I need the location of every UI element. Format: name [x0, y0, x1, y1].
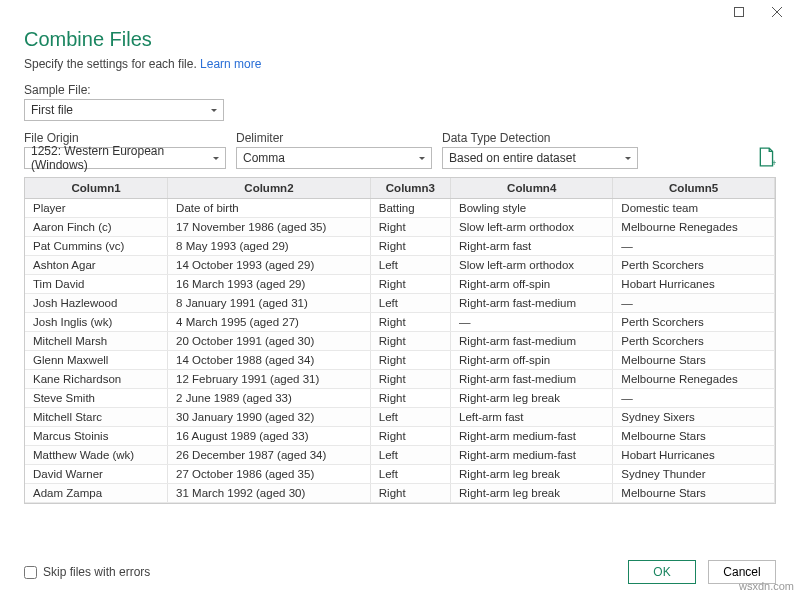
table-cell: Melbourne Stars [613, 351, 775, 370]
chevron-down-icon [211, 109, 217, 112]
dialog-title: Combine Files [24, 28, 776, 51]
file-origin-group: File Origin 1252: Western European (Wind… [24, 131, 226, 169]
table-cell: Marcus Stoinis [25, 427, 168, 446]
table-row: Glenn Maxwell14 October 1988 (aged 34)Ri… [25, 351, 775, 370]
table-cell: Tim David [25, 275, 168, 294]
data-type-dropdown[interactable]: Based on entire dataset [442, 147, 638, 169]
table-cell: Mitchell Starc [25, 408, 168, 427]
column-header[interactable]: Column5 [613, 178, 775, 199]
table-row: Josh Hazlewood8 January 1991 (aged 31)Le… [25, 294, 775, 313]
maximize-icon [734, 7, 744, 17]
page-plus-icon[interactable]: + [758, 147, 776, 167]
table-cell: Right [370, 370, 450, 389]
file-origin-dropdown[interactable]: 1252: Western European (Windows) [24, 147, 226, 169]
skip-files-label: Skip files with errors [43, 565, 150, 579]
table-cell: Steve Smith [25, 389, 168, 408]
table-cell: Sydney Thunder [613, 465, 775, 484]
sample-file-value: First file [31, 103, 73, 117]
chevron-down-icon [625, 157, 631, 160]
table-cell: Left [370, 256, 450, 275]
table-cell: — [451, 313, 613, 332]
preview-table: Column1Column2Column3Column4Column5 Play… [25, 178, 775, 503]
table-cell: Hobart Hurricanes [613, 446, 775, 465]
table-cell: Slow left-arm orthodox [451, 256, 613, 275]
maximize-button[interactable] [720, 0, 758, 24]
table-cell: Right-arm off-spin [451, 351, 613, 370]
svg-text:+: + [771, 158, 776, 167]
close-button[interactable] [758, 0, 796, 24]
table-cell: Melbourne Stars [613, 484, 775, 503]
table-cell: Melbourne Stars [613, 427, 775, 446]
skip-files-wrap[interactable]: Skip files with errors [24, 565, 150, 579]
table-row: Pat Cummins (vc)8 May 1993 (aged 29)Righ… [25, 237, 775, 256]
table-cell: Right-arm medium-fast [451, 427, 613, 446]
table-row: Tim David16 March 1993 (aged 29)RightRig… [25, 275, 775, 294]
table-row: Aaron Finch (c)17 November 1986 (aged 35… [25, 218, 775, 237]
options-row: File Origin 1252: Western European (Wind… [24, 131, 776, 169]
watermark-text: wsxdn.com [739, 580, 794, 592]
table-cell: Right-arm fast-medium [451, 332, 613, 351]
table-row: Marcus Stoinis16 August 1989 (aged 33)Ri… [25, 427, 775, 446]
table-cell: Right-arm leg break [451, 465, 613, 484]
table-cell: 30 January 1990 (aged 32) [168, 408, 371, 427]
table-cell: Right-arm medium-fast [451, 446, 613, 465]
table-cell: 16 August 1989 (aged 33) [168, 427, 371, 446]
table-cell: Left [370, 294, 450, 313]
table-cell: Perth Scorchers [613, 313, 775, 332]
delimiter-dropdown[interactable]: Comma [236, 147, 432, 169]
table-row: Matthew Wade (wk)26 December 1987 (aged … [25, 446, 775, 465]
sample-file-group: Sample File: First file [24, 83, 776, 121]
table-cell: 12 February 1991 (aged 31) [168, 370, 371, 389]
table-row: Josh Inglis (wk)4 March 1995 (aged 27)Ri… [25, 313, 775, 332]
table-cell: Right [370, 237, 450, 256]
skip-files-checkbox[interactable] [24, 566, 37, 579]
table-cell: Date of birth [168, 199, 371, 218]
table-cell: Adam Zampa [25, 484, 168, 503]
table-cell: — [613, 294, 775, 313]
table-cell: 2 June 1989 (aged 33) [168, 389, 371, 408]
table-cell: Josh Hazlewood [25, 294, 168, 313]
table-cell: Melbourne Renegades [613, 370, 775, 389]
table-cell: Bowling style [451, 199, 613, 218]
column-header[interactable]: Column1 [25, 178, 168, 199]
table-cell: Josh Inglis (wk) [25, 313, 168, 332]
column-header[interactable]: Column2 [168, 178, 371, 199]
chevron-down-icon [419, 157, 425, 160]
table-cell: 31 March 1992 (aged 30) [168, 484, 371, 503]
sample-file-dropdown[interactable]: First file [24, 99, 224, 121]
table-cell: Batting [370, 199, 450, 218]
table-cell: 26 December 1987 (aged 34) [168, 446, 371, 465]
file-origin-value: 1252: Western European (Windows) [31, 144, 213, 172]
data-type-group: Data Type Detection Based on entire data… [442, 131, 638, 169]
learn-more-link[interactable]: Learn more [200, 57, 261, 71]
table-cell: — [613, 237, 775, 256]
table-cell: Right [370, 313, 450, 332]
table-cell: 17 November 1986 (aged 35) [168, 218, 371, 237]
table-cell: Aaron Finch (c) [25, 218, 168, 237]
table-cell: 8 January 1991 (aged 31) [168, 294, 371, 313]
table-cell: 8 May 1993 (aged 29) [168, 237, 371, 256]
table-cell: Hobart Hurricanes [613, 275, 775, 294]
table-cell: Perth Scorchers [613, 256, 775, 275]
table-cell: Right [370, 351, 450, 370]
ok-button[interactable]: OK [628, 560, 696, 584]
table-cell: Left [370, 446, 450, 465]
table-cell: — [613, 389, 775, 408]
dialog-footer: Skip files with errors OK Cancel [24, 560, 776, 584]
column-header[interactable]: Column3 [370, 178, 450, 199]
column-header[interactable]: Column4 [451, 178, 613, 199]
table-cell: Right [370, 484, 450, 503]
table-cell: 4 March 1995 (aged 27) [168, 313, 371, 332]
table-cell: 27 October 1986 (aged 35) [168, 465, 371, 484]
table-cell: David Warner [25, 465, 168, 484]
preview-table-wrap: Column1Column2Column3Column4Column5 Play… [24, 177, 776, 504]
table-cell: Ashton Agar [25, 256, 168, 275]
window-titlebar [0, 0, 800, 24]
table-cell: Right-arm fast [451, 237, 613, 256]
dialog-body: Combine Files Specify the settings for e… [0, 24, 800, 512]
table-cell: Melbourne Renegades [613, 218, 775, 237]
table-cell: Matthew Wade (wk) [25, 446, 168, 465]
table-cell: Right-arm leg break [451, 484, 613, 503]
table-cell: Slow left-arm orthodox [451, 218, 613, 237]
svg-rect-0 [735, 8, 744, 17]
